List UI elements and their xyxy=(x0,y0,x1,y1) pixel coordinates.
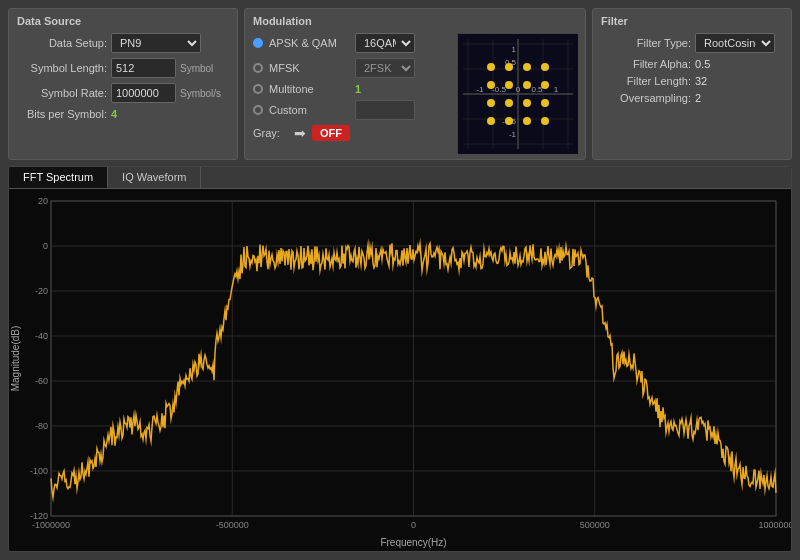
data-source-title: Data Source xyxy=(17,15,229,27)
modulation-panel: Modulation APSK & QAM 16QAM 4QAM 64QAM xyxy=(244,8,586,160)
bits-per-symbol-value: 4 xyxy=(111,108,117,120)
apsk-qam-radio[interactable] xyxy=(253,38,263,48)
custom-input[interactable] xyxy=(355,100,415,120)
filter-type-label: Filter Type: xyxy=(601,37,691,49)
multitone-label: Multitone xyxy=(269,83,349,95)
data-setup-label: Data Setup: xyxy=(17,37,107,49)
multitone-radio[interactable] xyxy=(253,84,263,94)
oversampling-value: 2 xyxy=(695,92,701,104)
gray-label: Gray: xyxy=(253,127,288,139)
apsk-qam-select[interactable]: 16QAM 4QAM 64QAM xyxy=(355,33,415,53)
gray-off-button[interactable]: OFF xyxy=(312,125,350,141)
oversampling-label: Oversampling: xyxy=(601,92,691,104)
mfsk-radio[interactable] xyxy=(253,63,263,73)
spectrum-canvas xyxy=(9,189,791,551)
apsk-qam-label: APSK & QAM xyxy=(269,37,349,49)
data-setup-select[interactable]: PN9 PN15 Random xyxy=(111,33,201,53)
custom-label: Custom xyxy=(269,104,349,116)
mfsk-select[interactable]: 2FSK 4FSK xyxy=(355,58,415,78)
symbol-length-label: Symbol Length: xyxy=(17,62,107,74)
mfsk-label: MFSK xyxy=(269,62,349,74)
symbol-rate-input[interactable] xyxy=(111,83,176,103)
multitone-value: 1 xyxy=(355,83,361,95)
spectrum-panel: FFT Spectrum IQ Waveform xyxy=(8,166,792,552)
bits-per-symbol-label: Bits per Symbol: xyxy=(17,108,107,120)
filter-length-label: Filter Length: xyxy=(601,75,691,87)
modulation-title: Modulation xyxy=(253,15,577,27)
filter-length-value: 32 xyxy=(695,75,707,87)
filter-panel: Filter Filter Type: RootCosine Cosine Ga… xyxy=(592,8,792,160)
tab-fft[interactable]: FFT Spectrum xyxy=(9,167,108,188)
custom-radio[interactable] xyxy=(253,105,263,115)
tab-bar: FFT Spectrum IQ Waveform xyxy=(9,167,791,189)
symbol-length-unit: Symbol xyxy=(180,63,213,74)
symbol-rate-label: Symbol Rate: xyxy=(17,87,107,99)
spectrum-area xyxy=(9,189,791,551)
filter-title: Filter xyxy=(601,15,783,27)
constellation-plot xyxy=(457,33,577,153)
data-source-panel: Data Source Data Setup: PN9 PN15 Random … xyxy=(8,8,238,160)
tab-iq[interactable]: IQ Waveform xyxy=(108,167,201,188)
filter-alpha-label: Filter Alpha: xyxy=(601,58,691,70)
symbol-length-input[interactable] xyxy=(111,58,176,78)
filter-alpha-value: 0.5 xyxy=(695,58,710,70)
filter-type-select[interactable]: RootCosine Cosine Gaussian xyxy=(695,33,775,53)
symbol-rate-unit: Symbol/s xyxy=(180,88,221,99)
arrow-icon: ➡ xyxy=(294,125,306,141)
constellation-canvas xyxy=(458,34,578,154)
